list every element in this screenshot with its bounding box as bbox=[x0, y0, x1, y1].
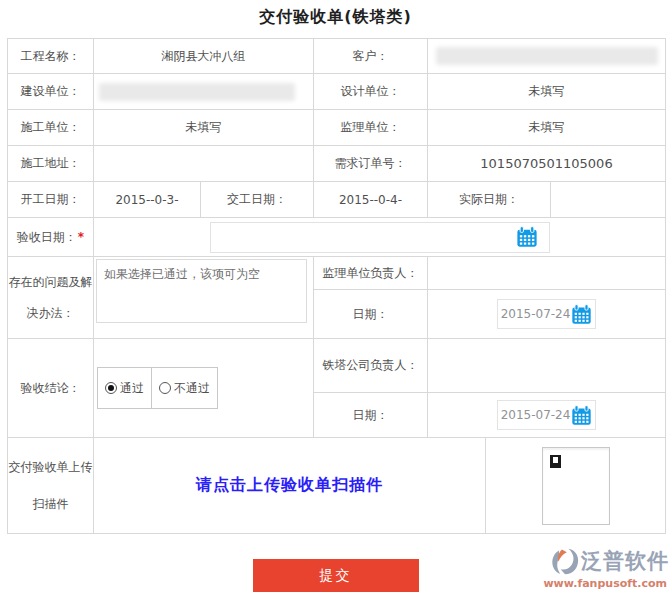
watermark-logo: 泛普软件 www.fanpusoft.com bbox=[533, 547, 669, 589]
supervisor-label: 监理单位负责人： bbox=[314, 257, 428, 290]
upload-label: 交付验收单上传 扫描件 bbox=[8, 438, 94, 534]
start-date-value: 2015--0-3- bbox=[94, 182, 201, 218]
supervisor-date-label: 日期： bbox=[314, 290, 428, 339]
conclusion-label: 验收结论： bbox=[8, 339, 94, 438]
row-builder-supervision: 施工单位： 未填写 监理单位： 未填写 bbox=[8, 110, 666, 146]
builder-unit-value: 未填写 bbox=[94, 110, 314, 146]
row-acceptance-date: 验收日期：* bbox=[8, 218, 666, 257]
row-problems-supervisor: 存在的问题及解 决办法： 监理单位负责人： 日期： 2015-07-24 bbox=[8, 257, 666, 339]
problems-textarea[interactable] bbox=[96, 259, 307, 323]
actual-date-value bbox=[551, 182, 666, 218]
tower-date-row: 日期： 2015-07-24 bbox=[314, 393, 666, 438]
radio-icon[interactable] bbox=[159, 382, 171, 394]
problems-label: 存在的问题及解 决办法： bbox=[8, 257, 94, 339]
conclusion-cell: 通过 不通过 bbox=[94, 339, 314, 438]
redacted-customer-value bbox=[436, 47, 658, 65]
brand-name: 泛普软件 bbox=[581, 551, 669, 572]
order-no-value: 1015070501105006 bbox=[428, 146, 666, 182]
tower-date-label: 日期： bbox=[314, 393, 428, 438]
acceptance-form-table: 工程名称： 湘阴县大冲八组 客户： 建设单位： 设计单位： 未填写 施工单位： … bbox=[7, 38, 666, 534]
tower-date-cell: 2015-07-24 bbox=[428, 393, 666, 438]
construction-unit-value bbox=[94, 74, 314, 110]
supervisor-date-picker[interactable]: 2015-07-24 bbox=[497, 299, 596, 329]
page-title: 交付验收单(铁塔类) bbox=[0, 0, 671, 28]
redacted-construction-unit-value bbox=[99, 83, 295, 101]
address-value bbox=[94, 146, 314, 182]
supervision-unit-label: 监理单位： bbox=[314, 110, 428, 146]
tower-head-group: 铁塔公司负责人： 日期： 2015-07-24 bbox=[314, 339, 666, 438]
row-dates: 开工日期： 2015--0-3- 交工日期： 2015--0-4- 实际日期： bbox=[8, 182, 666, 218]
radio-option-fail[interactable]: 不通过 bbox=[152, 368, 217, 408]
calendar-icon[interactable] bbox=[571, 405, 592, 426]
row-construction-design: 建设单位： 设计单位： 未填写 bbox=[8, 74, 666, 110]
address-label: 施工地址： bbox=[8, 146, 94, 182]
row-conclusion-tower: 验收结论： 通过 不通过 铁塔公司负责人： 日期： bbox=[8, 339, 666, 438]
tower-head-label: 铁塔公司负责人： bbox=[314, 339, 428, 393]
acceptance-date-input[interactable] bbox=[211, 222, 516, 253]
row-project-customer: 工程名称： 湘阴县大冲八组 客户： bbox=[8, 39, 666, 74]
design-unit-label: 设计单位： bbox=[314, 74, 428, 110]
supervisor-date-row: 日期： 2015-07-24 bbox=[314, 290, 666, 339]
upload-scan-link[interactable]: 请点击上传验收单扫描件 bbox=[196, 475, 383, 496]
row-address-order: 施工地址： 需求订单号： 1015070501105006 bbox=[8, 146, 666, 182]
acceptance-date-input-wrap bbox=[210, 222, 550, 253]
supervision-unit-value: 未填写 bbox=[428, 110, 666, 146]
tower-head-value bbox=[428, 339, 666, 393]
row-upload: 交付验收单上传 扫描件 请点击上传验收单扫描件 bbox=[8, 438, 666, 534]
upload-preview-cell bbox=[486, 438, 666, 534]
supervisor-name-row: 监理单位负责人： bbox=[314, 257, 666, 290]
scan-image-placeholder[interactable] bbox=[542, 447, 610, 525]
problems-cell bbox=[94, 257, 314, 339]
upload-link-cell: 请点击上传验收单扫描件 bbox=[94, 438, 486, 534]
acceptance-date-cell bbox=[94, 218, 666, 257]
construction-unit-label: 建设单位： bbox=[8, 74, 94, 110]
supervisor-group: 监理单位负责人： 日期： 2015-07-24 bbox=[314, 257, 666, 339]
calendar-icon[interactable] bbox=[516, 226, 538, 248]
calendar-icon[interactable] bbox=[571, 304, 592, 325]
project-name-label: 工程名称： bbox=[8, 39, 94, 74]
completion-date-value: 2015--0-4- bbox=[314, 182, 428, 218]
project-name-value: 湘阴县大冲八组 bbox=[94, 39, 314, 74]
customer-value bbox=[428, 39, 666, 74]
radio-icon[interactable] bbox=[105, 382, 117, 394]
required-asterisk: * bbox=[78, 230, 84, 244]
completion-date-label: 交工日期： bbox=[201, 182, 314, 218]
order-no-label: 需求订单号： bbox=[314, 146, 428, 182]
customer-label: 客户： bbox=[314, 39, 428, 74]
radio-option-pass[interactable]: 通过 bbox=[98, 368, 152, 408]
fanpu-logo-icon bbox=[551, 547, 579, 575]
conclusion-radio-group: 通过 不通过 bbox=[97, 367, 218, 409]
supervisor-date-cell: 2015-07-24 bbox=[428, 290, 666, 339]
supervisor-value bbox=[428, 257, 666, 290]
submit-button[interactable]: 提交 bbox=[253, 559, 419, 592]
builder-unit-label: 施工单位： bbox=[8, 110, 94, 146]
broken-image-icon bbox=[550, 455, 561, 468]
brand-url: www.fanpusoft.com bbox=[543, 578, 669, 589]
start-date-label: 开工日期： bbox=[8, 182, 94, 218]
tower-head-row: 铁塔公司负责人： bbox=[314, 339, 666, 393]
actual-date-label: 实际日期： bbox=[428, 182, 551, 218]
design-unit-value: 未填写 bbox=[428, 74, 666, 110]
acceptance-date-label: 验收日期：* bbox=[8, 218, 94, 257]
tower-date-picker[interactable]: 2015-07-24 bbox=[497, 400, 596, 430]
